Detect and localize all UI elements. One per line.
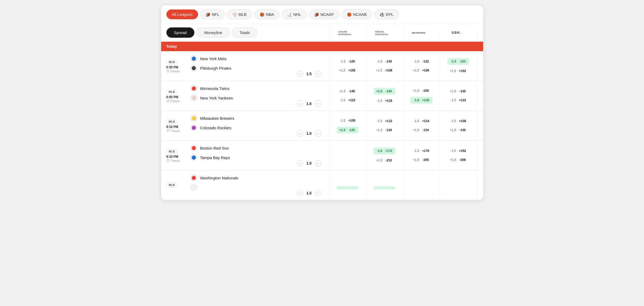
bet-type-moneyline[interactable]: Moneyline [196,27,230,38]
spread-left-game4[interactable]: ‹ [297,160,303,166]
spread-right-game3[interactable]: › [315,130,321,137]
league-tab-ncaaf[interactable]: 🏈NCAAF [309,9,339,19]
odds-bot-game4-1[interactable]: +1.5 -210 [367,156,402,165]
team-row-game5-0: 🔴 Washington Nationals [190,174,324,181]
odds-bot-game2-0[interactable]: -1.5 +122 [330,96,365,105]
games-list: MLB 5:35 PM ⏱3 hours 🔵 New York Mets ⚫ P… [161,51,483,200]
odds-bot-game2-2[interactable]: -1.5 +130 [404,95,439,105]
odds-top-val-game3-1: +112 [383,118,394,124]
odds-bot-game4-0[interactable] [330,155,365,161]
odds-top-game2-4[interactable]: +1.5 -140 [478,86,483,96]
odds-top-game1-0[interactable]: -1.5 -125 [330,57,365,66]
sportsbook-header-sbk: SBK. [440,26,477,39]
odds-bot-val-game4-1: -210 [383,157,394,163]
odds-bot-game1-1[interactable]: +1.5 +108 [367,66,402,75]
odds-top-game4-3[interactable]: -1.5 +152 [441,146,476,155]
league-tab-nhl[interactable]: 🏒NHL [282,9,307,19]
spread-right-game5[interactable]: › [315,190,321,196]
teams-info-game1: 🔵 New York Mets ⚫ Pittsburgh Pirates [190,55,324,72]
league-tab-epl[interactable]: ⚽EPL [374,9,399,19]
league-tab-nfl[interactable]: 🏈NFL [200,9,225,19]
team-logo-game1-0: 🔵 [190,55,198,62]
bet-type-totals[interactable]: Totals [232,27,257,38]
odds-bot-val-game1-2: +106 [420,68,431,73]
odds-book-game5-1 [366,170,403,200]
game-meta-game4: MLB 9:10 PM ⏱7 hours [166,149,190,162]
spread-left-game1[interactable]: ‹ [297,71,303,77]
odds-bot-game5-3[interactable] [441,185,476,190]
odds-top-game4-0[interactable] [330,150,365,155]
odds-bot-game1-2[interactable]: +1.5 +106 [404,66,439,75]
odds-bot-game5-0[interactable] [330,185,365,191]
league-tab-ncaab[interactable]: 🏀NCAAB [342,9,372,19]
game-right-meta-game1: 🔵 New York Mets ⚫ Pittsburgh Pirates ‹ 1… [190,55,324,77]
odds-top-game3-0[interactable]: -1.5 +105 [330,116,365,125]
odds-bot-game5-1[interactable] [367,185,402,191]
odds-top-game4-4[interactable]: -1.5 +160 [478,146,483,155]
spread-right-game2[interactable]: › [315,101,321,107]
odds-bot-val-game1-3: +102 [457,68,468,74]
odds-bot-game3-0[interactable]: +1.5 -125 [330,125,365,135]
odds-bot-game4-3[interactable]: +1.5 -208 [441,155,476,164]
odds-bot-game3-1[interactable]: +1.5 -134 [367,126,402,135]
svg-text:SBK.: SBK. [451,31,462,35]
spread-value-game4: 1.5 [305,161,313,165]
odds-top-game2-2[interactable]: +1.5 -155 [404,86,439,95]
odds-bot-game2-1[interactable]: -1.5 +116 [367,96,402,105]
odds-bot-game4-2[interactable]: +1.5 -205 [404,155,439,164]
odds-top-game5-0[interactable] [330,179,365,185]
league-tab-nba[interactable]: 🏀NBA [254,9,280,19]
spread-left-game2[interactable]: ‹ [297,101,303,107]
odds-bot-game1-3[interactable]: +1.5 +102 [441,66,476,75]
odds-bot-game3-2[interactable]: +1.5 -134 [404,126,439,135]
odds-bot-game2-3[interactable]: -1.5 +122 [441,96,476,105]
spread-left-game5[interactable]: ‹ [297,190,303,196]
odds-bot-game3-4[interactable]: +1.5 -130 [478,126,483,135]
odds-top-game1-2[interactable]: -1.5 -132 [404,57,439,66]
odds-top-game5-2[interactable] [404,180,439,185]
odds-top-game3-4[interactable]: -1.5 +110 [478,117,483,126]
odds-top-game5-4[interactable] [478,180,483,185]
ncaaf-icon: 🏈 [314,12,319,17]
odds-top-game1-3[interactable]: -1.5 -123 [441,56,476,66]
game-meta-game2: MLB 6:05 PM ⏱3 hours [166,89,190,103]
game-meta-game3: MLB 9:10 PM ⏱7 hours [166,119,190,132]
odds-top-game3-2[interactable]: -1.5 +114 [404,117,439,126]
odds-top-game1-1[interactable]: -1.5 -130 [367,57,402,66]
league-tab-all[interactable]: All Leagues [166,9,198,19]
odds-bot-val-game2-2: +130 [420,97,431,103]
spread-right-game4[interactable]: › [315,160,321,166]
odds-top-game5-3[interactable] [441,180,476,185]
league-tab-all-label: All Leagues [172,12,193,17]
odds-top-game3-1[interactable]: -1.5 +112 [367,117,402,126]
odds-bot-game2-4[interactable]: -1.5 +120 [478,96,483,105]
teams-info-game5: 🔴 Washington Nationals [190,174,324,191]
odds-top-spread-game1-0: -1.5 [338,60,345,63]
odds-bot-game4-4[interactable]: +1.5 -190 [478,155,483,164]
odds-top-game1-4[interactable]: -1.5 -125 [478,57,483,66]
odds-book-game1-1: -1.5 -130 +1.5 +108 [366,51,403,81]
odds-top-game4-1[interactable]: -1.5 +172 [367,146,402,156]
clock-icon-game3: ⏱ [166,129,169,132]
odds-top-game5-1[interactable] [367,179,402,185]
odds-book-game4-0 [329,141,366,170]
odds-top-game2-0[interactable]: +1.5 -145 [330,87,365,96]
main-container: All Leagues🏈NFL⚾MLB🏀NBA🏒NHL🏈NCAAF🏀NCAAB⚽… [161,5,483,200]
odds-top-spread-game3-0: -1.5 [338,119,345,122]
league-tab-mlb[interactable]: ⚾MLB [227,9,252,19]
odds-top-game4-2[interactable]: -1.5 +170 [404,146,439,155]
spread-left-game3[interactable]: ‹ [297,130,303,137]
odds-top-game2-1[interactable]: +1.5 -140 [367,86,402,96]
odds-top-game3-3[interactable]: -1.5 +108 [441,117,476,126]
odds-bot-game5-2[interactable] [404,185,439,190]
bet-type-spread[interactable]: Spread [166,27,194,38]
odds-book-game2-4: +1.5 -140 -1.5 +120 [477,81,483,111]
odds-bot-game1-4[interactable]: +1.5 +105 [478,66,483,75]
odds-bot-val-game5-3 [457,187,468,189]
odds-bot-game3-3[interactable]: +1.5 -130 [441,126,476,135]
odds-bot-spread-game3-1: +1.5 [375,128,382,132]
spread-right-game1[interactable]: › [315,71,321,77]
odds-bot-game1-0[interactable]: +1.5 +105 [330,66,365,75]
odds-top-game2-3[interactable]: +1.5 -145 [441,87,476,96]
odds-bot-game5-4[interactable] [478,185,483,190]
